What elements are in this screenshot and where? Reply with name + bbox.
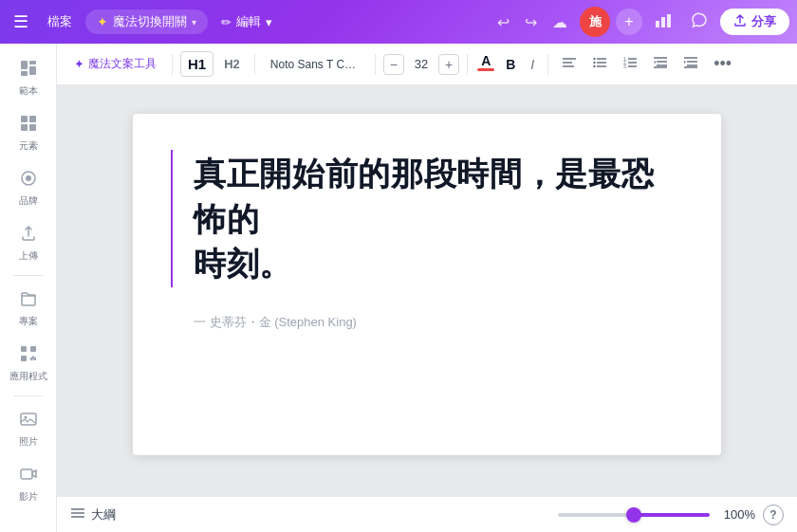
main-text-block[interactable]: 真正開始前的那段時間，是最恐怖的 時刻。 xyxy=(180,152,674,287)
top-navbar: ☰ 檔案 ✦ 魔法切換開關 ▾ ✏ 編輯 ▾ ↩ ↪ ☁ 施 + xyxy=(0,0,797,44)
font-color-button[interactable]: A xyxy=(475,54,496,75)
sidebar-item-elements[interactable]: 元素 xyxy=(4,106,53,159)
font-size-increase-button[interactable]: + xyxy=(438,54,459,75)
chat-svg xyxy=(690,10,709,29)
svg-rect-0 xyxy=(656,21,659,28)
sidebar-item-projects[interactable]: 專案 xyxy=(4,282,53,335)
hamburger-menu[interactable]: ☰ xyxy=(8,8,34,36)
bottom-bar: 大綱 100% ? xyxy=(57,496,797,532)
sidebar-item-apps-label: 應用程式 xyxy=(9,371,47,382)
outline-button[interactable]: 大綱 xyxy=(70,505,116,523)
share-button[interactable]: 分享 xyxy=(720,9,789,35)
svg-point-29 xyxy=(594,61,596,63)
svg-rect-15 xyxy=(21,356,27,361)
apps-svg xyxy=(19,344,38,363)
font-size-decrease-button[interactable]: − xyxy=(383,54,404,75)
magic-wand-icon: ✦ xyxy=(74,57,84,71)
indent-svg xyxy=(653,55,668,70)
magic-switch-button[interactable]: ✦ 魔法切換開關 ▾ xyxy=(85,9,208,34)
cloud-save-icon[interactable]: ☁ xyxy=(546,9,574,35)
svg-rect-4 xyxy=(29,61,36,64)
file-menu-button[interactable]: 檔案 xyxy=(40,9,80,34)
analytics-icon[interactable] xyxy=(648,7,678,38)
svg-rect-8 xyxy=(29,116,36,122)
zoom-slider[interactable] xyxy=(558,513,710,517)
undo-redo-group: ↩ ↪ ☁ xyxy=(491,9,574,35)
svg-rect-21 xyxy=(21,413,36,425)
main-text-line2: 時刻。 xyxy=(194,246,292,282)
outdent-button[interactable] xyxy=(677,52,704,77)
svg-rect-2 xyxy=(667,14,671,28)
comments-icon[interactable] xyxy=(684,7,714,38)
sidebar-divider-1 xyxy=(13,275,44,276)
numbered-list-svg: 1. 2. 3. xyxy=(622,55,638,70)
apps-icon xyxy=(19,344,38,368)
sidebar-item-upload-label: 上傳 xyxy=(19,250,38,262)
align-svg xyxy=(562,55,577,70)
sidebar-item-templates[interactable]: 範本 xyxy=(4,51,53,104)
align-button[interactable] xyxy=(556,52,583,77)
share-arrow-svg xyxy=(733,14,747,28)
svg-point-22 xyxy=(24,416,27,419)
share-icon xyxy=(733,14,747,30)
heading1-button[interactable]: H1 xyxy=(180,51,213,77)
svg-rect-16 xyxy=(30,358,32,360)
svg-rect-7 xyxy=(21,116,28,122)
sidebar-item-videos[interactable]: 影片 xyxy=(4,457,53,510)
italic-button[interactable]: I xyxy=(525,54,540,75)
outline-list-icon xyxy=(70,505,85,523)
svg-rect-10 xyxy=(29,124,36,131)
brand-icon xyxy=(19,169,38,193)
svg-rect-3 xyxy=(21,61,28,69)
canvas-body[interactable]: 真正開始前的那段時間，是最恐怖的 時刻。 一 史蒂芬・金 (Stephen Ki… xyxy=(57,85,797,496)
sidebar-item-apps[interactable]: 應用程式 xyxy=(4,337,53,390)
svg-rect-5 xyxy=(29,66,36,75)
more-options-button[interactable]: ••• xyxy=(708,51,737,77)
projects-svg xyxy=(19,289,38,308)
canvas-page[interactable]: 真正開始前的那段時間，是最恐怖的 時刻。 一 史蒂芬・金 (Stephen Ki… xyxy=(133,114,721,455)
sidebar-item-upload[interactable]: 上傳 xyxy=(4,216,53,269)
list-svg xyxy=(592,55,607,70)
toolbar-divider-1 xyxy=(172,54,173,75)
chevron-down-icon: ▾ xyxy=(192,17,196,28)
svg-rect-1 xyxy=(661,17,665,28)
canvas-area: ✦ 魔法文案工具 H1 H2 Noto Sans T Chin... − 32 … xyxy=(57,44,797,532)
font-color-bar xyxy=(477,68,494,71)
outline-svg xyxy=(70,505,85,521)
list-button[interactable] xyxy=(586,52,613,77)
edit-menu-button[interactable]: ✏ 編輯 ▾ xyxy=(213,9,280,34)
text-cursor xyxy=(171,150,173,287)
sidebar-item-brand[interactable]: 品牌 xyxy=(4,161,53,214)
sidebar-item-photos[interactable]: 照片 xyxy=(4,402,53,455)
toolbar-divider-5 xyxy=(547,54,548,75)
brand-svg xyxy=(19,169,38,188)
videos-icon xyxy=(19,465,38,488)
svg-rect-23 xyxy=(21,469,32,479)
svg-point-27 xyxy=(594,57,596,59)
magic-label: 魔法切換開關 xyxy=(113,13,187,30)
zoom-controls: 100% xyxy=(558,507,755,522)
font-size-value: 32 xyxy=(408,57,435,71)
share-label: 分享 xyxy=(751,13,776,30)
numbered-list-button[interactable]: 1. 2. 3. xyxy=(617,52,643,77)
outline-label: 大綱 xyxy=(91,506,116,523)
svg-rect-9 xyxy=(21,124,28,131)
outdent-svg xyxy=(683,55,698,70)
add-collaborator-button[interactable]: + xyxy=(616,9,642,35)
main-text-line1: 真正開始前的那段時間，是最恐怖的 xyxy=(194,156,655,237)
magic-copy-tool-button[interactable]: ✦ 魔法文案工具 xyxy=(66,52,164,76)
user-avatar[interactable]: 施 xyxy=(580,7,610,37)
indent-button[interactable] xyxy=(647,52,674,77)
elements-icon xyxy=(19,114,38,138)
toolbar-divider-2 xyxy=(254,54,255,75)
projects-icon xyxy=(19,289,38,313)
help-button[interactable]: ? xyxy=(763,504,784,525)
sidebar: 範本 元素 品牌 xyxy=(0,44,57,532)
bold-button[interactable]: B xyxy=(500,54,521,75)
redo-button[interactable]: ↪ xyxy=(518,9,544,35)
edit-label: 編輯 xyxy=(236,13,261,30)
undo-button[interactable]: ↩ xyxy=(491,9,516,35)
font-family-selector[interactable]: Noto Sans T Chin... xyxy=(263,54,367,75)
heading2-button[interactable]: H2 xyxy=(217,53,247,75)
sidebar-item-brand-label: 品牌 xyxy=(19,195,38,207)
